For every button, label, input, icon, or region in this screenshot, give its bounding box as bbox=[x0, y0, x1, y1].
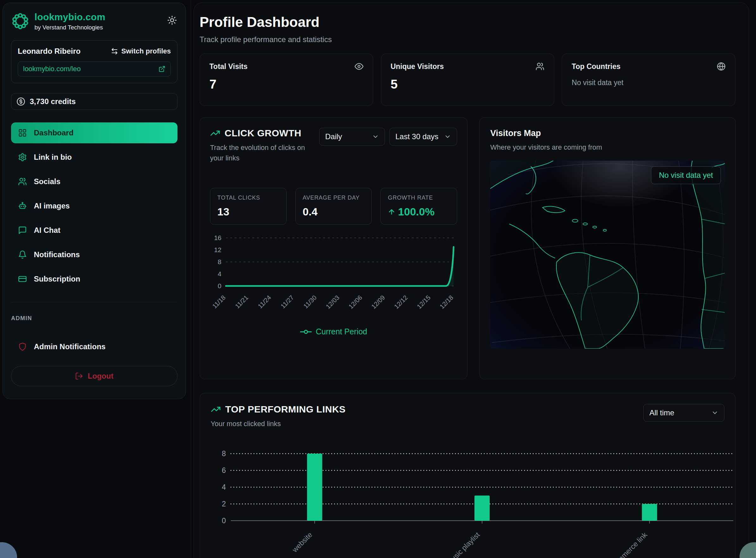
arrow-up-icon bbox=[388, 208, 396, 216]
svg-text:ecommerce link: ecommerce link bbox=[607, 531, 649, 558]
swap-arrows-icon bbox=[111, 47, 118, 55]
sidebar-item-subscription[interactable]: Subscription bbox=[11, 269, 177, 289]
profile-card: Leonardo Ribeiro Switch profiles lookmyb… bbox=[11, 40, 177, 83]
chart-legend: Current Period bbox=[210, 327, 457, 336]
click-growth-card: CLICK GROWTH Track the evolution of clic… bbox=[200, 117, 468, 379]
kpi-total-clicks: TOTAL CLICKS 13 bbox=[210, 188, 286, 225]
sidebar-nav: Dashboard Link in bio bbox=[11, 122, 177, 289]
sidebar-item-label: Socials bbox=[34, 177, 60, 186]
kpi-label: GROWTH RATE bbox=[388, 195, 450, 201]
top-links-subtitle: Your most clicked links bbox=[211, 418, 346, 429]
click-growth-title: CLICK GROWTH bbox=[225, 128, 301, 138]
svg-text:8: 8 bbox=[222, 450, 226, 458]
bot-icon bbox=[18, 202, 27, 210]
svg-text:0: 0 bbox=[222, 516, 226, 525]
svg-text:11/30: 11/30 bbox=[302, 294, 318, 310]
svg-text:4: 4 bbox=[222, 483, 226, 491]
visitors-map-subtitle: Where your visitors are coming from bbox=[490, 142, 725, 152]
svg-text:0: 0 bbox=[218, 282, 221, 289]
stat-label: Unique Visitors bbox=[390, 62, 444, 71]
shield-icon bbox=[18, 342, 27, 351]
svg-text:2: 2 bbox=[222, 500, 226, 508]
sidebar-item-admin-notifications[interactable]: Admin Notifications bbox=[11, 336, 177, 357]
sidebar-column: lookmybio.com by Verstand Technologies L… bbox=[0, 0, 191, 558]
all-time-select[interactable]: All time bbox=[644, 404, 724, 422]
switch-profiles-label: Switch profiles bbox=[122, 47, 171, 55]
middle-row: CLICK GROWTH Track the evolution of clic… bbox=[200, 117, 735, 379]
kpi-value: 0.4 bbox=[303, 206, 365, 218]
chevron-down-icon bbox=[711, 409, 719, 416]
chat-icon bbox=[18, 226, 27, 235]
eye-icon bbox=[355, 62, 363, 71]
dashboard-icon bbox=[18, 128, 27, 137]
range-select[interactable]: Last 30 days bbox=[389, 128, 457, 146]
sidebar-item-notifications[interactable]: Notifications bbox=[11, 244, 177, 265]
profile-name: Leonardo Ribeiro bbox=[18, 47, 81, 56]
range-select-value: Last 30 days bbox=[396, 132, 438, 141]
trending-up-icon bbox=[211, 404, 221, 414]
svg-text:12/06: 12/06 bbox=[347, 294, 363, 310]
admin-item-label: Admin Notifications bbox=[34, 342, 106, 351]
kpi-label: AVERAGE PER DAY bbox=[303, 195, 365, 201]
stat-label: Top Countries bbox=[572, 62, 620, 71]
sidebar-item-ai-images[interactable]: AI images bbox=[11, 196, 177, 217]
svg-text:8: 8 bbox=[218, 258, 221, 265]
external-link-icon[interactable] bbox=[158, 66, 166, 72]
legend-label: Current Period bbox=[316, 327, 367, 336]
profile-url-field[interactable]: lookmybio.com/leo bbox=[18, 61, 171, 77]
stat-label: Total Visits bbox=[209, 62, 248, 71]
sidebar: lookmybio.com by Verstand Technologies L… bbox=[2, 2, 186, 399]
stat-card-top-countries: Top Countries No visit data yet bbox=[562, 53, 735, 106]
sidebar-item-socials[interactable]: Socials bbox=[11, 171, 177, 192]
globe-visualization bbox=[490, 161, 725, 349]
stats-row: Total Visits 7 Unique Visitors bbox=[200, 53, 735, 106]
sidebar-item-ai-chat[interactable]: AI Chat bbox=[11, 220, 177, 241]
app-screen: lookmybio.com by Verstand Technologies L… bbox=[0, 0, 756, 558]
svg-text:music playlist: music playlist bbox=[445, 531, 481, 558]
top-links-title: TOP PERFORMING LINKS bbox=[225, 404, 346, 415]
sidebar-item-dashboard[interactable]: Dashboard bbox=[11, 122, 177, 143]
all-time-select-value: All time bbox=[649, 408, 674, 417]
click-growth-subtitle: Track the evolution of clicks on your li… bbox=[210, 142, 319, 163]
credits-balance: 3,730 credits bbox=[11, 93, 177, 110]
profile-url: lookmybio.com/leo bbox=[23, 65, 81, 73]
trending-up-icon bbox=[210, 128, 220, 138]
bell-icon bbox=[18, 250, 27, 259]
logout-button[interactable]: Logout bbox=[11, 366, 177, 386]
sidebar-item-label: Subscription bbox=[34, 275, 80, 283]
svg-text:16: 16 bbox=[214, 234, 221, 242]
kpi-value: 13 bbox=[217, 206, 279, 218]
svg-text:12/09: 12/09 bbox=[370, 294, 386, 310]
svg-text:4: 4 bbox=[218, 270, 221, 277]
page-title: Profile Dashboard bbox=[200, 14, 735, 30]
admin-section-label: ADMIN bbox=[11, 315, 177, 322]
brand-text: lookmybio.com by Verstand Technologies bbox=[34, 12, 105, 31]
kpi-value: 100.0% bbox=[398, 206, 434, 218]
switch-profiles-button[interactable]: Switch profiles bbox=[111, 47, 171, 55]
stat-empty-text: No visit data yet bbox=[572, 78, 726, 87]
kpi-label: TOTAL CLICKS bbox=[217, 195, 279, 201]
sidebar-item-link-in-bio[interactable]: Link in bio bbox=[11, 147, 177, 168]
coin-icon bbox=[17, 97, 25, 106]
gear-icon bbox=[18, 153, 27, 162]
sidebar-divider bbox=[11, 302, 177, 302]
globe-icon bbox=[717, 62, 726, 71]
sidebar-item-label: Dashboard bbox=[34, 128, 73, 137]
click-growth-line-chart: 048121611/1811/2111/2411/2711/3012/0312/… bbox=[210, 233, 458, 315]
svg-text:12/12: 12/12 bbox=[393, 294, 409, 310]
svg-text:11/18: 11/18 bbox=[211, 294, 227, 310]
stat-card-total-visits: Total Visits 7 bbox=[200, 53, 373, 106]
svg-text:11/24: 11/24 bbox=[256, 294, 272, 310]
brand-byline: by Verstand Technologies bbox=[34, 24, 105, 31]
logout-icon bbox=[75, 372, 83, 380]
theme-toggle-sun-icon[interactable] bbox=[167, 16, 177, 25]
logout-label: Logout bbox=[87, 372, 113, 381]
svg-text:website: website bbox=[291, 531, 314, 554]
top-links-card: TOP PERFORMING LINKS Your most clicked l… bbox=[200, 393, 735, 558]
interval-select[interactable]: Daily bbox=[319, 128, 385, 146]
visitors-map-title: Visitors Map bbox=[490, 128, 725, 138]
svg-text:6: 6 bbox=[222, 466, 226, 475]
chevron-down-icon bbox=[444, 133, 451, 140]
brand-name: lookmybio.com bbox=[34, 12, 105, 22]
kpi-average-per-day: AVERAGE PER DAY 0.4 bbox=[296, 188, 372, 225]
